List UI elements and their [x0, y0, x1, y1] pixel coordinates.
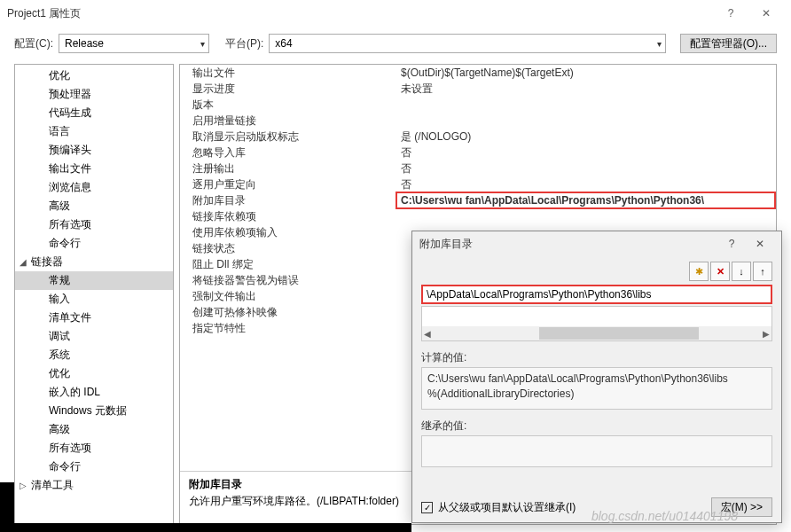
inherit-checkbox[interactable]: ✓	[421, 502, 433, 513]
scroll-right-icon[interactable]: ▶	[763, 329, 770, 339]
tree-item-label: 输入	[45, 292, 70, 307]
property-name: 链接状态	[180, 241, 396, 256]
tree-item-label: 优化	[45, 366, 70, 381]
tree-item[interactable]: 代码生成	[15, 104, 173, 122]
property-value[interactable]: 否	[396, 177, 776, 192]
delete-line-button[interactable]: ✕	[710, 262, 730, 281]
tree-item[interactable]: 高级	[15, 420, 173, 439]
help-button[interactable]: ?	[713, 0, 748, 27]
property-name: 指定节特性	[180, 321, 396, 336]
platform-value: x64	[275, 37, 292, 50]
property-value[interactable]: 否	[396, 145, 776, 160]
move-up-button[interactable]: ↑	[753, 262, 772, 281]
move-down-button[interactable]: ↓	[732, 262, 751, 281]
config-value: Release	[65, 37, 104, 50]
config-row: 配置(C): Release ▾ 平台(P): x64 ▾ 配置管理器(O)..…	[0, 27, 791, 64]
tree-group[interactable]: ▷清单工具	[15, 476, 173, 495]
tree-item[interactable]: 命令行	[15, 458, 173, 476]
property-name: 阻止 Dll 绑定	[180, 257, 396, 272]
tree-item-label: 常规	[45, 273, 70, 288]
tree-item-label: 命令行	[45, 236, 81, 251]
computed-label: 计算的值:	[421, 350, 772, 365]
tree-item-label: 高级	[45, 199, 70, 214]
dialog-title: 附加库目录	[419, 237, 717, 252]
path-input[interactable]: \AppData\Local\Programs\Python\Python36\…	[421, 285, 772, 304]
property-row[interactable]: 注册输出否	[180, 160, 776, 176]
tree-item-label: 输出文件	[45, 161, 91, 176]
inherited-label: 继承的值:	[421, 419, 772, 434]
property-row[interactable]: 启用增量链接	[180, 113, 776, 129]
property-row[interactable]: 版本	[180, 97, 776, 113]
dialog-close-button[interactable]: ✕	[746, 232, 774, 255]
tree-item[interactable]: 系统	[15, 346, 173, 364]
path-value: \AppData\Local\Programs\Python\Python36\…	[427, 288, 651, 301]
tree-item[interactable]: 浏览信息	[15, 178, 173, 197]
property-row[interactable]: 附加库目录C:\Users\wu fan\AppData\Local\Progr…	[180, 192, 776, 208]
tree-item[interactable]: 所有选项	[15, 439, 173, 458]
property-row[interactable]: 忽略导入库否	[180, 145, 776, 160]
tree-item[interactable]: 输出文件	[15, 160, 173, 178]
titlebar: Project1 属性页 ? ✕	[0, 0, 791, 27]
tree-item[interactable]: 优化	[15, 66, 173, 85]
tree-item-label: 所有选项	[45, 441, 91, 456]
property-name: 版本	[180, 98, 396, 113]
chevron-down-icon: ▾	[657, 39, 662, 49]
bg-fragment	[0, 523, 411, 532]
tree-item[interactable]: 调试	[15, 327, 173, 346]
tree-item[interactable]: 命令行	[15, 234, 173, 253]
property-name: 强制文件输出	[180, 289, 396, 304]
scroll-thumb[interactable]	[539, 327, 699, 340]
tree-item[interactable]: Windows 元数据	[15, 402, 173, 420]
scroll-left-icon[interactable]: ◀	[424, 329, 431, 339]
tree-item-label: Windows 元数据	[45, 403, 127, 419]
new-line-button[interactable]: ✱	[689, 262, 709, 281]
tree-item-label: 代码生成	[45, 106, 91, 121]
nav-tree[interactable]: 优化预处理器代码生成语言预编译头输出文件浏览信息高级所有选项命令行◢链接器常规输…	[14, 64, 174, 525]
tree-item-label: 链接器	[31, 254, 63, 270]
property-name: 将链接器警告视为错误	[180, 273, 396, 288]
property-value[interactable]: 否	[396, 161, 776, 176]
property-value[interactable]: $(OutDir)$(TargetName)$(TargetExt)	[396, 66, 776, 79]
tree-item-label: 语言	[45, 124, 70, 139]
dialog-help-button[interactable]: ?	[717, 232, 746, 255]
property-name: 使用库依赖项输入	[180, 225, 396, 240]
tree-item-label: 高级	[45, 422, 70, 437]
tree-item-label: 优化	[45, 68, 70, 83]
platform-combo[interactable]: x64 ▾	[269, 34, 665, 53]
property-row[interactable]: 显示进度未设置	[180, 81, 776, 97]
config-combo[interactable]: Release ▾	[59, 34, 209, 53]
property-value[interactable]: C:\Users\wu fan\AppData\Local\Programs\P…	[396, 192, 776, 209]
property-name: 显示进度	[180, 82, 396, 97]
tree-item-label: 预编译头	[45, 143, 91, 158]
tree-item-label: 命令行	[45, 459, 81, 474]
close-button[interactable]: ✕	[748, 0, 784, 27]
property-value[interactable]: 未设置	[396, 82, 776, 97]
tree-item[interactable]: 常规	[15, 271, 173, 290]
tree-item[interactable]: 语言	[15, 122, 173, 141]
property-row[interactable]: 取消显示启动版权标志是 (/NOLOGO)	[180, 129, 776, 145]
property-row[interactable]: 逐用户重定向否	[180, 176, 776, 192]
property-row[interactable]: 链接库依赖项	[180, 208, 776, 224]
path-list[interactable]: ◀ ▶	[421, 306, 772, 341]
property-name: 链接库依赖项	[180, 209, 396, 224]
tree-item[interactable]: 高级	[15, 197, 173, 215]
horizontal-scrollbar[interactable]: ◀ ▶	[422, 326, 771, 340]
tree-item-label: 所有选项	[45, 217, 91, 232]
tree-item-label: 嵌入的 IDL	[45, 385, 100, 400]
tree-group[interactable]: ◢链接器	[15, 253, 173, 271]
tree-item[interactable]: 清单文件	[15, 309, 173, 327]
tree-item[interactable]: 嵌入的 IDL	[15, 383, 173, 402]
tree-item[interactable]: 输入	[15, 290, 173, 309]
property-value[interactable]: 是 (/NOLOGO)	[396, 129, 776, 145]
property-name: 附加库目录	[180, 193, 396, 208]
macro-button[interactable]: 宏(M) >>	[711, 497, 772, 517]
tree-item[interactable]: 预编译头	[15, 141, 173, 160]
window-title: Project1 属性页	[7, 6, 713, 21]
config-manager-button[interactable]: 配置管理器(O)...	[680, 34, 777, 53]
tree-item[interactable]: 优化	[15, 364, 173, 383]
tree-item[interactable]: 所有选项	[15, 215, 173, 234]
property-row[interactable]: 输出文件$(OutDir)$(TargetName)$(TargetExt)	[180, 65, 776, 81]
expand-icon: ◢	[19, 257, 27, 267]
tree-item[interactable]: 预处理器	[15, 85, 173, 104]
computed-value-box: C:\Users\wu fan\AppData\Local\Programs\P…	[421, 367, 772, 410]
